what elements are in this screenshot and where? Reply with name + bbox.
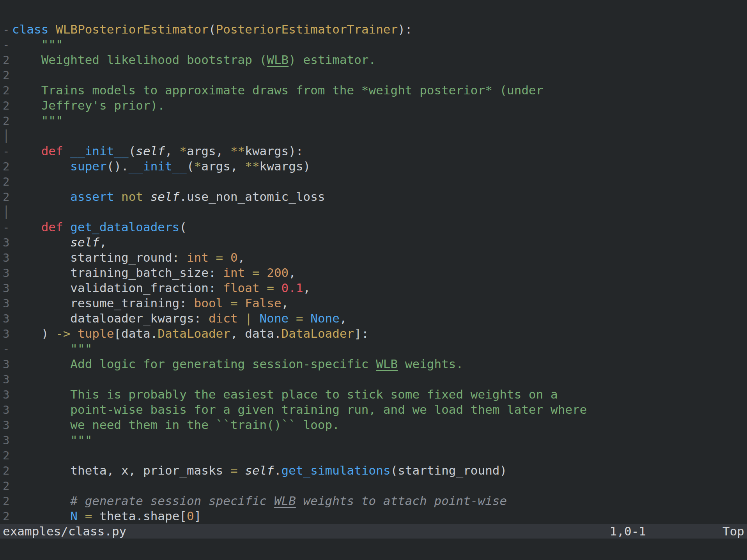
- code-line[interactable]: 3 ) -> tuple[data.DataLoader, data.DataL…: [0, 326, 747, 341]
- code-segment: validation_fraction:: [12, 281, 223, 295]
- code-segment: 0: [187, 509, 194, 523]
- code-segment: *: [194, 159, 202, 173]
- code-line[interactable]: 3 we need them in the ``train()`` loop.: [0, 417, 747, 432]
- code-line[interactable]: 2 """: [0, 113, 747, 128]
- fold-column-marker[interactable]: 2: [0, 68, 12, 83]
- code-buffer[interactable]: -class WLBPosteriorEstimator(PosteriorEs…: [0, 0, 747, 524]
- code-line[interactable]: 2 Weighted likelihood bootstrap (WLB) es…: [0, 52, 747, 67]
- code-line[interactable]: 3: [0, 372, 747, 387]
- code-segment: resume_training:: [12, 296, 194, 310]
- fold-column-marker[interactable]: 3: [0, 433, 12, 448]
- code-line[interactable]: 3 self,: [0, 235, 747, 250]
- code-line[interactable]: 3 training_batch_size: int = 200,: [0, 265, 747, 280]
- code-line[interactable]: 3 """: [0, 432, 747, 448]
- code-segment: Add logic for generating session-specifi…: [12, 357, 376, 371]
- fold-column-marker[interactable]: 3: [0, 402, 12, 418]
- code-segment: ,: [289, 266, 296, 280]
- fold-column-marker[interactable]: 2: [0, 448, 12, 463]
- fold-column-marker[interactable]: 3: [0, 418, 12, 433]
- fold-column-marker[interactable]: -: [0, 22, 12, 37]
- fold-column-marker[interactable]: 2: [0, 463, 12, 478]
- fold-column-marker[interactable]: │: [0, 205, 12, 220]
- code-line[interactable]: 3 Add logic for generating session-speci…: [0, 356, 747, 372]
- code-line[interactable]: 2 assert not self.use_non_atomic_loss: [0, 189, 747, 204]
- code-segment: dataloader_kwargs:: [12, 311, 209, 325]
- fold-column-marker[interactable]: 2: [0, 174, 12, 190]
- fold-column-marker[interactable]: -: [0, 220, 12, 235]
- code-segment: tuple: [78, 326, 114, 340]
- fold-column-marker[interactable]: │: [0, 129, 12, 144]
- fold-column-marker[interactable]: 2: [0, 509, 12, 524]
- code-line[interactable]: │: [0, 128, 747, 144]
- code-line[interactable]: │: [0, 204, 747, 220]
- fold-column-marker[interactable]: 3: [0, 296, 12, 311]
- fold-column-marker[interactable]: 2: [0, 159, 12, 174]
- fold-column-marker[interactable]: 3: [0, 387, 12, 402]
- code-line[interactable]: 3 starting_round: int = 0,: [0, 250, 747, 265]
- fold-column-marker[interactable]: 3: [0, 326, 12, 342]
- code-segment: [223, 250, 230, 264]
- code-line[interactable]: 3 validation_fraction: float = 0.1,: [0, 280, 747, 296]
- code-line[interactable]: 2 theta, x, prior_masks = self.get_simul…: [0, 463, 747, 478]
- fold-column-marker[interactable]: -: [0, 342, 12, 357]
- code-line[interactable]: 2: [0, 448, 747, 463]
- fold-column-marker[interactable]: 2: [0, 494, 12, 509]
- code-line[interactable]: 3 point-wise basis for a given training …: [0, 402, 747, 417]
- code-segment: [223, 296, 230, 310]
- code-line[interactable]: - def get_dataloaders(: [0, 220, 747, 235]
- code-segment: [303, 311, 311, 325]
- code-line[interactable]: 3 resume_training: bool = False,: [0, 296, 747, 311]
- fold-column-marker[interactable]: -: [0, 37, 12, 53]
- code-segment: Jeffrey's prior).: [12, 98, 165, 112]
- fold-column-marker[interactable]: 3: [0, 266, 12, 281]
- code-segment: **: [230, 144, 245, 158]
- code-segment: [78, 509, 85, 523]
- code-segment: """: [12, 342, 92, 356]
- status-bar[interactable]: examples/class.py 1,0-1 Top: [0, 524, 747, 539]
- code-segment: [238, 296, 245, 310]
- status-filename: examples/class.py: [3, 524, 126, 539]
- code-segment: (starting_round): [391, 463, 507, 477]
- code-segment: ,: [238, 250, 245, 264]
- code-segment: None: [260, 311, 289, 325]
- fold-column-marker[interactable]: 3: [0, 250, 12, 266]
- code-line[interactable]: 2 N = theta.shape[0]: [0, 509, 747, 524]
- fold-column-marker[interactable]: 2: [0, 478, 12, 494]
- code-line[interactable]: 2 Trains models to approximate draws fro…: [0, 83, 747, 98]
- code-line[interactable]: 2: [0, 67, 747, 83]
- fold-column-marker[interactable]: 2: [0, 113, 12, 129]
- fold-column-marker[interactable]: 2: [0, 53, 12, 68]
- fold-column-marker[interactable]: 2: [0, 83, 12, 98]
- code-segment: **: [245, 159, 259, 173]
- fold-column-marker[interactable]: 3: [0, 235, 12, 250]
- code-segment: """: [12, 37, 63, 51]
- code-segment: =: [230, 296, 238, 310]
- fold-column-marker[interactable]: 3: [0, 357, 12, 372]
- code-line[interactable]: [0, 7, 747, 22]
- code-segment: WLB: [376, 357, 398, 371]
- code-line[interactable]: - """: [0, 37, 747, 52]
- fold-column-marker[interactable]: 2: [0, 98, 12, 113]
- code-segment: None: [310, 311, 340, 325]
- code-line[interactable]: 2: [0, 478, 747, 493]
- code-segment: This is probably the easiest place to st…: [12, 387, 558, 401]
- fold-column-marker[interactable]: [0, 7, 12, 22]
- fold-column-marker[interactable]: -: [0, 144, 12, 159]
- fold-column-marker[interactable]: 3: [0, 281, 12, 296]
- code-segment: bool: [194, 296, 223, 310]
- code-line[interactable]: 2 # generate session specific WLB weight…: [0, 493, 747, 509]
- code-segment: def: [12, 220, 63, 234]
- code-line[interactable]: 3 dataloader_kwargs: dict | None = None,: [0, 311, 747, 326]
- fold-column-marker[interactable]: 2: [0, 190, 12, 205]
- code-line[interactable]: -class WLBPosteriorEstimator(PosteriorEs…: [0, 22, 747, 37]
- fold-column-marker[interactable]: 3: [0, 311, 12, 326]
- code-line[interactable]: 3 This is probably the easiest place to …: [0, 387, 747, 402]
- code-segment: [260, 266, 267, 280]
- code-line[interactable]: 2 super().__init__(*args, **kwargs): [0, 159, 747, 174]
- code-segment: [92, 509, 99, 523]
- code-line[interactable]: 2: [0, 174, 747, 189]
- code-line[interactable]: - def __init__(self, *args, **kwargs):: [0, 144, 747, 159]
- code-line[interactable]: - """: [0, 341, 747, 356]
- fold-column-marker[interactable]: 3: [0, 372, 12, 387]
- code-line[interactable]: 2 Jeffrey's prior).: [0, 98, 747, 113]
